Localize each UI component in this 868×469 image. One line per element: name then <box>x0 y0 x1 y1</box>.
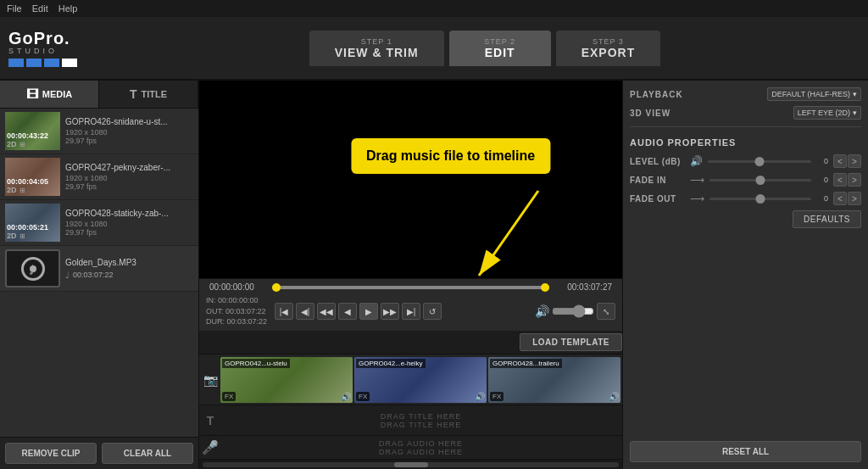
edit-menu[interactable]: Edit <box>32 3 48 14</box>
thumbnail: 2D ⊞ 00:00:04:05 <box>5 158 60 196</box>
app: GoPro. STUDIO STEP 1 VIEW & TRIM STEP 2 … <box>0 17 868 469</box>
level-slider-icon: 🔊 <box>690 155 703 167</box>
tab-title[interactable]: T TITLE <box>99 81 198 108</box>
media-icon: 🎞 <box>26 87 38 101</box>
video-clip[interactable]: GOPRO0428...traileru FX 🔊 <box>488 357 620 403</box>
media-info: Golden_Days.MP3 ♩ 00:03:07:22 <box>65 258 193 280</box>
list-item[interactable]: 2D ⊞ 00:00:04:05 GOPRO427-pekny-zaber-..… <box>0 154 198 200</box>
fade-in-slider[interactable] <box>709 179 811 181</box>
video-clip[interactable]: GOPRO042...e-helky FX 🔊 <box>354 357 487 403</box>
transport-row: IN: 00:00:00:00 OUT: 00:03:07:22 DUR: 00… <box>206 295 615 327</box>
level-slider[interactable] <box>708 160 811 163</box>
fade-in-decrease-btn[interactable]: < <box>833 173 847 187</box>
mic-icon: 🎤 <box>202 439 219 455</box>
defaults-button[interactable]: DEFAULTS <box>793 210 861 228</box>
right-panel: PLAYBACK DEFAULT (HALF-RES) ▾ 3D VIEW LE… <box>622 81 868 469</box>
text-track: T DRAG TITLE HERE DRAG TITLE HERE <box>199 405 622 435</box>
left-panel: 🎞 MEDIA T TITLE 2D ⊞ 00:00:43:22 <box>0 81 199 469</box>
video-track: 📷 GOPRO042...u-stelu FX 🔊 GOPRO042...e-h… <box>199 354 622 405</box>
text-track-labels: DRAG TITLE HERE DRAG TITLE HERE <box>221 412 620 429</box>
media-tabs: 🎞 MEDIA T TITLE <box>0 81 198 109</box>
timeline-marker-end[interactable] <box>541 283 549 292</box>
text-track-icon: T <box>201 414 220 427</box>
fade-out-icon: ⟶ <box>690 193 704 204</box>
scroll-bar[interactable] <box>203 462 619 467</box>
fade-in-increase-btn[interactable]: > <box>848 173 861 187</box>
transport-prev-frame[interactable]: ◀| <box>296 303 314 320</box>
thumbnail: 2D ⊞ 00:00:05:21 <box>5 204 60 242</box>
logo-block-2 <box>26 59 42 67</box>
drag-tooltip: Drag music file to timeline <box>351 138 550 174</box>
bottom-scroll[interactable] <box>199 459 622 469</box>
content: 🎞 MEDIA T TITLE 2D ⊞ 00:00:43:22 <box>0 81 868 469</box>
level-decrease-btn[interactable]: < <box>833 154 847 168</box>
load-template-row: LOAD TEMPLATE <box>199 331 622 354</box>
file-menu[interactable]: File <box>7 3 22 14</box>
scroll-thumb[interactable] <box>394 462 428 467</box>
transport-loop[interactable]: ↺ <box>423 303 442 320</box>
transport-skip-start[interactable]: |◀ <box>275 303 293 320</box>
tab-media[interactable]: 🎞 MEDIA <box>0 81 99 108</box>
media-info: GOPRO427-pekny-zaber-... 1920 x 1080 29,… <box>65 163 193 191</box>
fullscreen-button[interactable]: ⤡ <box>597 303 615 320</box>
divider <box>630 126 861 127</box>
timeline-start: 00:00:00:00 <box>209 282 269 292</box>
list-item[interactable]: 2D ⊞ 00:00:43:22 GOPRO426-snidane-u-st..… <box>0 109 198 154</box>
audio-thumbnail: ♪ <box>5 249 60 288</box>
remove-clip-button[interactable]: REMOVE CLIP <box>5 443 97 464</box>
fade-in-thumb[interactable] <box>756 176 765 185</box>
transport-rewind[interactable]: ◀◀ <box>317 303 336 320</box>
logo: GoPro. STUDIO <box>8 29 93 67</box>
load-template-button[interactable]: LOAD TEMPLATE <box>520 333 622 351</box>
transport-play-reverse[interactable]: ◀ <box>338 303 357 320</box>
drag-arrow <box>199 81 622 278</box>
timeline-track[interactable] <box>272 286 549 289</box>
track-clips: GOPRO042...u-stelu FX 🔊 GOPRO042...e-hel… <box>220 357 620 403</box>
clear-all-button[interactable]: CLEAR ALL <box>102 443 193 464</box>
fade-out-thumb[interactable] <box>756 194 765 204</box>
level-row: LEVEL (dB) 🔊 0 < > <box>630 154 861 168</box>
step-2[interactable]: STEP 2 EDIT <box>449 31 551 66</box>
logo-text: GoPro. <box>8 29 70 48</box>
fade-out-slider[interactable] <box>709 198 811 200</box>
svg-line-1 <box>479 191 538 276</box>
transport-info: IN: 00:00:00:00 OUT: 00:03:07:22 DUR: 00… <box>206 295 267 327</box>
fade-out-decrease-btn[interactable]: < <box>833 192 847 205</box>
volume-slider[interactable] <box>552 305 594 317</box>
timeline-marker-start[interactable] <box>272 283 281 292</box>
audio-track-icon: 🎤 <box>201 439 220 455</box>
media-info: GOPRO426-snidane-u-st... 1920 x 1080 29,… <box>65 117 193 145</box>
volume-icon: 🔊 <box>535 304 549 318</box>
step-3[interactable]: STEP 3 EXPORT <box>556 31 661 66</box>
header: GoPro. STUDIO STEP 1 VIEW & TRIM STEP 2 … <box>0 17 868 81</box>
help-menu[interactable]: Help <box>58 3 78 14</box>
center-panel: Drag music file to timeline 00:00:00:00 <box>199 81 622 469</box>
reset-all-button[interactable]: RESET ALL <box>630 441 861 462</box>
timeline-bar: 00:00:00:00 00:03:07:27 <box>206 282 615 292</box>
fade-out-ctrl-btns: < > <box>833 192 861 205</box>
list-item[interactable]: ♪ Golden_Days.MP3 ♩ 00:03:07:22 <box>0 246 198 292</box>
logo-blocks <box>8 59 77 67</box>
fade-in-icon: ⟶ <box>690 174 704 186</box>
media-list: 2D ⊞ 00:00:43:22 GOPRO426-snidane-u-st..… <box>0 109 198 437</box>
list-item[interactable]: 2D ⊞ 00:00:05:21 GOPRO428-staticky-zab-.… <box>0 200 198 246</box>
playback-dropdown[interactable]: DEFAULT (HALF-RES) ▾ <box>767 87 861 101</box>
transport-skip-end[interactable]: ▶| <box>402 303 420 320</box>
timeline-fill <box>272 286 549 289</box>
media-info: GOPRO428-staticky-zab-... 1920 x 1080 29… <box>65 209 193 237</box>
view-3d-dropdown[interactable]: LEFT EYE (2D) ▾ <box>793 106 861 120</box>
transport-play[interactable]: ▶ <box>359 303 378 320</box>
chevron-down-icon: ▾ <box>853 109 857 117</box>
logo-block-4 <box>62 59 77 67</box>
fade-out-increase-btn[interactable]: > <box>848 192 861 205</box>
video-clip[interactable]: GOPRO042...u-stelu FX 🔊 <box>220 357 353 403</box>
level-slider-thumb[interactable] <box>755 157 765 166</box>
fade-out-row: FADE OUT ⟶ 0 < > <box>630 192 861 205</box>
playback-row: PLAYBACK DEFAULT (HALF-RES) ▾ <box>630 87 861 101</box>
fade-in-ctrl-btns: < > <box>833 173 861 187</box>
timeline-end: 00:03:07:27 <box>553 282 612 292</box>
level-increase-btn[interactable]: > <box>848 154 861 168</box>
step-1[interactable]: STEP 1 VIEW & TRIM <box>309 31 444 66</box>
title-icon: T <box>130 87 137 101</box>
transport-fast-forward[interactable]: ▶▶ <box>381 303 399 320</box>
